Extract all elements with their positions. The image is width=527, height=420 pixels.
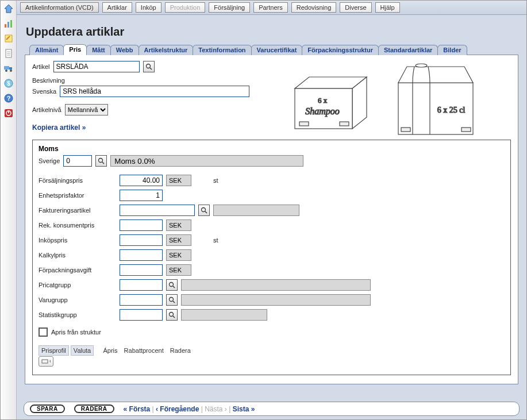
varugrupp-label: Varugrupp [39, 296, 116, 303]
artikel-search-button[interactable] [143, 61, 155, 72]
record-nav: « Första | ‹ Föregående | Nästa › | Sist… [124, 405, 255, 413]
svg-rect-1 [5, 24, 6, 28]
inkopspris-input[interactable] [120, 234, 163, 246]
tab-varucertifikat[interactable]: Varucertifikat [251, 45, 303, 55]
tab-pris[interactable]: Pris [63, 44, 87, 55]
moms-display [110, 155, 303, 167]
artikel-input[interactable] [53, 61, 140, 72]
forsaljningspris-currency [166, 175, 191, 186]
statistikgrupp-input[interactable] [120, 309, 163, 321]
note-icon[interactable] [3, 33, 14, 44]
svg-point-44 [170, 313, 174, 317]
moms-country-label: Sverige [39, 157, 60, 164]
varugrupp-input[interactable] [120, 294, 163, 306]
svg-rect-26 [299, 122, 309, 126]
svg-line-39 [205, 211, 207, 213]
faktureringsartikel-search-button[interactable] [198, 205, 210, 216]
article-level-illustration: 6 x Shampoo 6 x 25 cl [283, 60, 507, 140]
moms-search-button[interactable] [95, 155, 107, 167]
svg-text:6 x 25 cl: 6 x 25 cl [437, 106, 466, 114]
topnav-hjalp[interactable]: Hjälp [375, 2, 400, 13]
kalkylpris-input[interactable] [120, 249, 163, 261]
apris-checkbox[interactable] [39, 327, 48, 337]
tab-webb[interactable]: Webb [110, 45, 139, 55]
faktureringsartikel-display [213, 205, 299, 216]
forpackningsavgift-currency [166, 264, 191, 276]
svg-marker-0 [5, 5, 13, 13]
help-icon[interactable]: ? [3, 93, 14, 104]
add-row-button[interactable]: + [39, 356, 53, 367]
tab-textinformation[interactable]: Textinformation [193, 45, 251, 55]
artikel-label: Artikel [32, 63, 50, 70]
statistikgrupp-label: Statistikgrupp [39, 311, 116, 318]
svg-rect-10 [4, 66, 9, 70]
kopiera-artikel-link[interactable]: Kopiera artikel » [32, 124, 86, 132]
footer-bar: SPARA RADERA « Första | ‹ Föregående | N… [24, 402, 520, 416]
price-profile-table-header: Prisprofil Valuta Ápris Rabattprocent Ra… [39, 347, 505, 354]
svg-text:6 x: 6 x [318, 96, 328, 105]
svg-line-45 [173, 316, 175, 318]
topnav-artiklar[interactable]: Artiklar [102, 2, 132, 13]
enhetsprisfaktor-label: Enhetsprisfaktor [39, 192, 116, 199]
tab-standardartiklar[interactable]: Standardartiklar [378, 45, 438, 55]
svg-marker-29 [398, 67, 473, 83]
faktureringsartikel-label: Faktureringsartikel [39, 207, 116, 214]
nav-last[interactable]: Sista » [233, 405, 255, 413]
topnav-forsaljning[interactable]: Försäljning [209, 2, 250, 13]
truck-icon[interactable] [3, 63, 14, 74]
pricatgrupp-display [181, 279, 371, 291]
home-icon[interactable] [3, 3, 14, 14]
tab-allmant[interactable]: Allmänt [29, 45, 64, 55]
nav-first[interactable]: « Första [124, 405, 151, 413]
pricatgrupp-search-button[interactable] [166, 279, 178, 291]
svg-rect-2 [7, 22, 9, 28]
tab-matt[interactable]: Mått [86, 45, 111, 55]
inkopspris-currency [166, 234, 191, 246]
topnav-artikelinformation[interactable]: Artikelinformation (VCD) [20, 2, 99, 13]
svg-line-43 [173, 301, 175, 303]
doc-icon[interactable] [3, 48, 14, 59]
power-icon[interactable] [3, 107, 14, 119]
svg-point-30 [416, 64, 427, 67]
topnav-inkop[interactable]: Inköp [136, 2, 161, 13]
enhetsprisfaktor-input[interactable] [120, 190, 163, 201]
svg-line-41 [173, 286, 175, 288]
topnav-diverse[interactable]: Diverse [340, 2, 371, 13]
rek-konsumentpris-label: Rek. konsumentpris [39, 222, 116, 229]
svg-rect-32 [401, 128, 410, 132]
inkopspris-suffix: st [213, 237, 505, 244]
kalkylpris-currency [166, 249, 191, 261]
delete-button[interactable]: RADERA [74, 404, 114, 413]
coin-icon[interactable]: $ [3, 78, 14, 89]
moms-panel: Moms Sverige Försäljningspris st Enhets [32, 140, 511, 375]
topnav-redovisning[interactable]: Redovisning [291, 2, 337, 13]
col-apris: Ápris [101, 346, 120, 355]
beskrivning-input[interactable] [60, 86, 249, 97]
moms-code-input[interactable] [63, 155, 92, 167]
nav-prev[interactable]: ‹ Föregående [156, 405, 199, 413]
statistikgrupp-display [181, 309, 267, 321]
forsaljningspris-suffix: st [213, 177, 505, 184]
tab-artikelstruktur[interactable]: Artikelstruktur [139, 45, 194, 55]
tab-panel-pris: 6 x Shampoo 6 x 25 cl [25, 55, 518, 384]
artikelniva-label: Artikelnivå [32, 106, 61, 113]
forpackningsavgift-input[interactable] [120, 264, 163, 276]
svg-rect-11 [9, 67, 12, 70]
apris-checkbox-label: Apris från struktur [51, 329, 101, 336]
svg-text:+: + [49, 359, 51, 364]
topnav-partners[interactable]: Partners [253, 2, 288, 13]
faktureringsartikel-input[interactable] [120, 205, 195, 216]
save-button[interactable]: SPARA [30, 404, 65, 413]
chart-icon[interactable] [3, 18, 14, 29]
forsaljningspris-input[interactable] [120, 175, 163, 186]
svg-rect-4 [5, 35, 12, 42]
statistikgrupp-search-button[interactable] [166, 309, 178, 321]
varugrupp-display [181, 294, 371, 306]
forsaljningspris-label: Försäljningspris [39, 177, 116, 184]
varugrupp-search-button[interactable] [166, 294, 178, 306]
rek-konsumentpris-input[interactable] [120, 219, 163, 231]
artikelniva-select[interactable]: Mellannivå [65, 104, 108, 115]
tab-bilder[interactable]: Bilder [437, 45, 467, 55]
pricatgrupp-input[interactable] [120, 279, 163, 291]
tab-forpackningsstruktur[interactable]: Förpackningsstruktur [302, 45, 379, 55]
